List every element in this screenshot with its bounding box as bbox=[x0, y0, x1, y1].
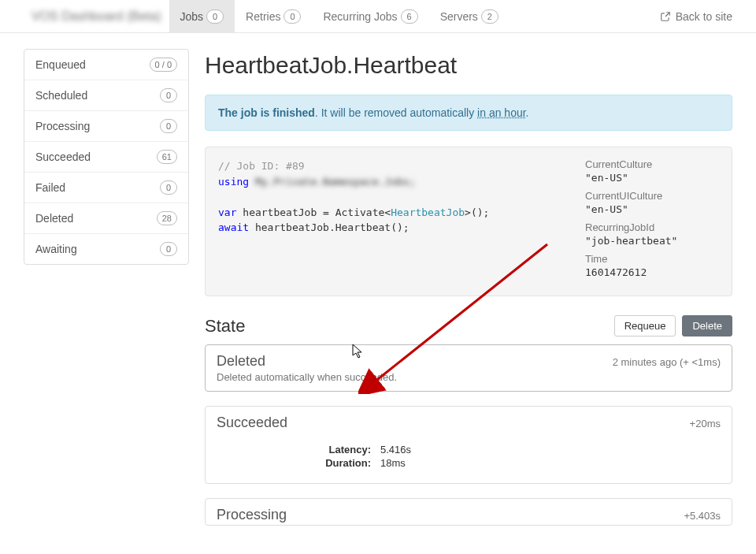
nav-tab-label: Retries bbox=[246, 10, 280, 23]
param-key: RecurringJobId bbox=[585, 221, 719, 233]
page-title: HeartbeatJob.Heartbeat bbox=[205, 52, 732, 79]
state-card-processing: Processing +5.403s bbox=[205, 498, 732, 526]
nav-tab-label: Jobs bbox=[180, 10, 204, 23]
sidebar-item-enqueued[interactable]: Enqueued 0 / 0 bbox=[24, 50, 188, 80]
job-parameters: CurrentCulture"en-US" CurrentUICulture"e… bbox=[585, 158, 719, 284]
alert-rest: . It will be removed automatically bbox=[315, 106, 477, 119]
param-value: 1601472612 bbox=[585, 266, 719, 278]
nav-tab-servers[interactable]: Servers 2 bbox=[429, 0, 510, 32]
kv-key: Duration: bbox=[300, 457, 371, 469]
job-code: // Job ID: #89 using My.Private.Namespac… bbox=[218, 158, 576, 284]
param-value: "en-US" bbox=[585, 203, 719, 215]
kv-key: Latency: bbox=[300, 444, 371, 455]
nav-tab-badge: 0 bbox=[284, 9, 301, 24]
main-content: HeartbeatJob.Heartbeat The job is finish… bbox=[205, 49, 732, 540]
sidebar-item-scheduled[interactable]: Scheduled 0 bbox=[24, 80, 188, 111]
sidebar-item-label: Processing bbox=[35, 120, 90, 132]
requeue-button[interactable]: Requeue bbox=[614, 315, 676, 336]
alert-time: in an hour bbox=[477, 106, 526, 119]
kv-value: 5.416s bbox=[380, 444, 411, 455]
kv-value: 18ms bbox=[380, 457, 406, 469]
sidebar-item-awaiting[interactable]: Awaiting 0 bbox=[24, 234, 188, 264]
delete-button[interactable]: Delete bbox=[682, 315, 732, 336]
state-heading: State bbox=[205, 316, 245, 336]
brand-title: VOS Dashboard (Beta) bbox=[24, 0, 169, 32]
state-card-deleted: Deleted 2 minutes ago (+ <1ms) Deleted a… bbox=[205, 344, 732, 392]
state-time: +20ms bbox=[690, 418, 721, 429]
sidebar-item-label: Deleted bbox=[35, 212, 73, 225]
sidebar-item-label: Scheduled bbox=[35, 89, 87, 102]
nav-tab-jobs[interactable]: Jobs 0 bbox=[169, 0, 235, 32]
nav-tab-recurring[interactable]: Recurring Jobs 6 bbox=[312, 0, 428, 32]
job-finished-alert: The job is finished. It will be removed … bbox=[205, 95, 732, 131]
job-definition-panel: // Job ID: #89 using My.Private.Namespac… bbox=[205, 147, 732, 296]
sidebar-item-label: Awaiting bbox=[35, 243, 77, 255]
sidebar-item-badge: 0 bbox=[160, 180, 177, 195]
state-time: +5.403s bbox=[684, 510, 721, 522]
sidebar-item-label: Succeeded bbox=[35, 151, 91, 163]
sidebar-item-failed[interactable]: Failed 0 bbox=[24, 173, 188, 203]
state-title: Processing bbox=[217, 507, 287, 523]
alert-tail: . bbox=[526, 106, 529, 119]
sidebar-item-badge: 0 / 0 bbox=[150, 58, 177, 72]
nav-tab-label: Recurring Jobs bbox=[323, 10, 397, 23]
state-card-succeeded: Succeeded +20ms Latency:5.416s Duration:… bbox=[205, 406, 732, 484]
top-navbar: VOS Dashboard (Beta) Jobs 0 Retries 0 Re… bbox=[0, 0, 756, 33]
state-title: Succeeded bbox=[217, 415, 287, 431]
param-key: Time bbox=[585, 253, 719, 265]
nav-tab-badge: 0 bbox=[206, 9, 224, 24]
sidebar-item-badge: 28 bbox=[157, 211, 177, 225]
nav-tab-badge: 6 bbox=[401, 9, 418, 24]
state-time: 2 minutes ago (+ <1ms) bbox=[613, 356, 721, 368]
sidebar-item-badge: 0 bbox=[160, 88, 177, 102]
param-key: CurrentCulture bbox=[585, 158, 719, 170]
sidebar-item-badge: 0 bbox=[160, 119, 177, 133]
nav-tab-badge: 2 bbox=[481, 9, 498, 24]
back-to-site-label: Back to site bbox=[676, 10, 732, 23]
nav-tab-label: Servers bbox=[440, 10, 478, 23]
back-to-site-link[interactable]: Back to site bbox=[652, 0, 740, 32]
sidebar-item-badge: 0 bbox=[160, 242, 177, 256]
sidebar-item-processing[interactable]: Processing 0 bbox=[24, 111, 188, 142]
param-value: "job-heartbeat" bbox=[585, 235, 719, 247]
state-title: Deleted bbox=[217, 353, 265, 370]
param-key: CurrentUICulture bbox=[585, 190, 719, 202]
sidebar-item-label: Enqueued bbox=[35, 58, 86, 71]
sidebar-item-succeeded[interactable]: Succeeded 61 bbox=[24, 142, 188, 173]
alert-lead: The job is finished bbox=[218, 106, 315, 119]
nav-tab-retries[interactable]: Retries 0 bbox=[235, 0, 312, 32]
sidebar-item-badge: 61 bbox=[157, 150, 177, 164]
state-reason: Deleted automatically when succeeded. bbox=[206, 371, 732, 391]
sidebar-item-label: Failed bbox=[35, 181, 65, 194]
sidebar: Enqueued 0 / 0 Scheduled 0 Processing 0 … bbox=[24, 49, 189, 540]
external-link-icon bbox=[660, 11, 671, 22]
param-value: "en-US" bbox=[585, 172, 719, 184]
sidebar-item-deleted[interactable]: Deleted 28 bbox=[24, 203, 188, 234]
